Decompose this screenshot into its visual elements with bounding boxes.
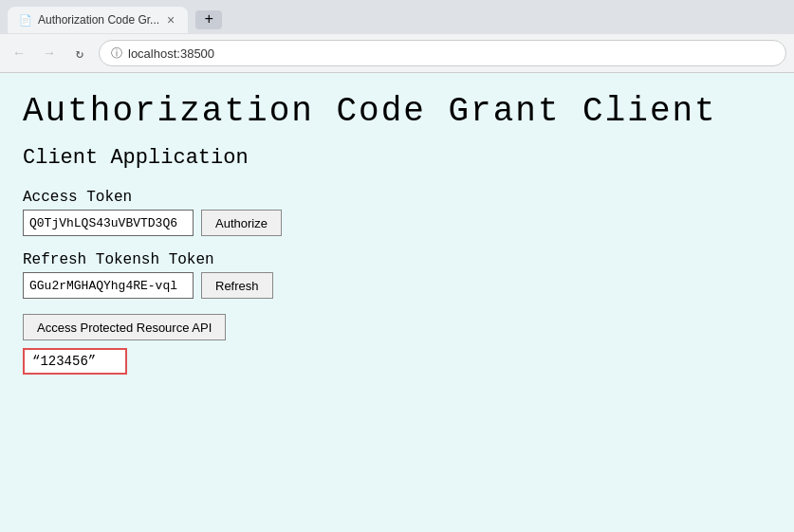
browser-chrome: 📄 Authorization Code Gr... × + ← → ↻ ⓘ l… [0,0,794,73]
new-tab-button[interactable]: + [195,10,222,29]
access-token-input[interactable] [23,210,194,236]
access-resource-button[interactable]: Access Protected Resource API [23,314,226,340]
browser-tab[interactable]: 📄 Authorization Code Gr... × [8,7,188,33]
refresh-button[interactable]: Refresh [201,272,273,299]
back-button[interactable]: ← [8,42,30,64]
resource-group: Access Protected Resource API “123456” [23,314,771,375]
result-box: “123456” [23,348,127,375]
access-token-label: Access Token [23,189,771,206]
app-name: Client Application [23,146,771,170]
address-text: localhost:38500 [128,46,214,61]
tab-close-button[interactable]: × [165,12,176,28]
refresh-token-label: Refresh Tokensh Token [23,251,771,268]
refresh-token-input[interactable] [23,272,194,299]
forward-icon: → [46,46,53,61]
tab-title: Authorization Code Gr... [38,13,159,27]
back-icon: ← [15,46,23,61]
forward-button[interactable]: → [38,42,61,64]
page-title: Authorization Code Grant Client [23,92,771,131]
tab-icon: 📄 [19,14,32,27]
reload-icon: ↻ [76,46,83,62]
lock-icon: ⓘ [111,46,122,62]
address-bar-row: ← → ↻ ⓘ localhost:38500 [0,34,794,72]
refresh-token-group: Refresh Tokensh Token Refresh [23,251,771,299]
refresh-token-row: Refresh [23,272,771,299]
authorize-button[interactable]: Authorize [201,210,282,236]
tab-bar: 📄 Authorization Code Gr... × + [0,0,794,34]
access-token-group: Access Token Authorize [23,189,771,236]
new-tab-icon: + [204,11,213,28]
address-bar[interactable]: ⓘ localhost:38500 [99,40,786,66]
access-token-row: Authorize [23,210,771,236]
reload-button[interactable]: ↻ [68,42,91,64]
page-content: Authorization Code Grant Client Client A… [0,73,794,409]
